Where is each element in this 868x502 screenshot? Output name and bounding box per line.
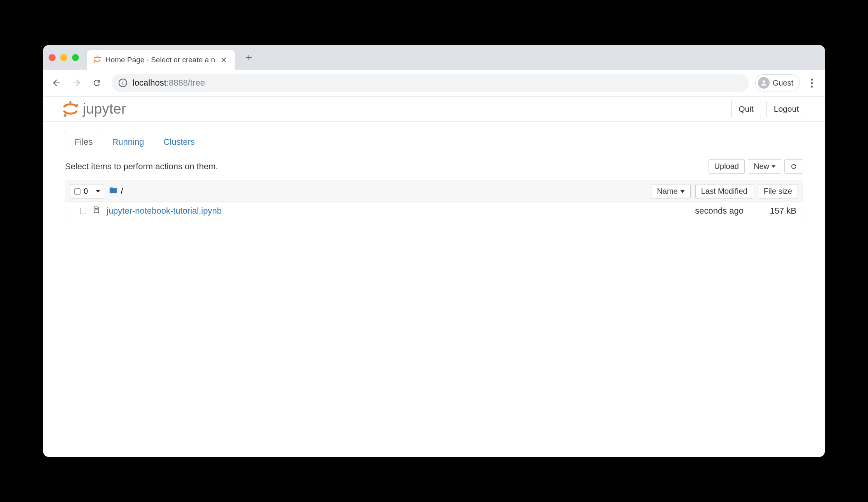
profile-button[interactable]: Guest — [755, 74, 800, 91]
file-list-panel: 0 / Name Last M — [65, 181, 803, 220]
new-label: New — [754, 162, 769, 171]
maximize-window-button[interactable] — [72, 54, 79, 61]
sort-modified-button[interactable]: Last Modified — [695, 184, 753, 198]
close-tab-button[interactable]: ✕ — [219, 54, 229, 66]
refresh-list-button[interactable] — [784, 159, 803, 174]
caret-down-icon — [772, 165, 775, 168]
jupyter-logo[interactable]: jupyter — [62, 100, 126, 118]
select-all-group: 0 — [70, 184, 104, 198]
jupyter-logo-icon — [62, 100, 79, 118]
tab-clusters[interactable]: Clusters — [154, 132, 205, 152]
svg-point-6 — [64, 114, 66, 117]
file-row: jupyter-notebook-tutorial.ipynb seconds … — [65, 202, 803, 220]
sort-size-button[interactable]: File size — [758, 184, 798, 198]
chrome-toolbar: i localhost:8888/tree Guest — [43, 70, 825, 97]
refresh-icon — [92, 78, 102, 88]
checkbox-icon — [74, 188, 80, 195]
notebook-icon — [93, 206, 100, 216]
tab-running[interactable]: Running — [102, 132, 154, 152]
upload-button[interactable]: Upload — [709, 159, 745, 174]
jupyter-logo-text: jupyter — [83, 101, 126, 117]
browser-window: Home Page - Select or create a n ✕ + i l… — [43, 45, 825, 457]
chrome-tab-strip: Home Page - Select or create a n ✕ + — [43, 45, 825, 70]
file-list-header: 0 / Name Last M — [65, 181, 803, 202]
back-button[interactable] — [48, 74, 65, 91]
logout-button[interactable]: Logout — [766, 101, 806, 117]
col-modified-label: Last Modified — [701, 187, 747, 196]
tab-title: Home Page - Select or create a n — [105, 56, 215, 64]
url-host: localhost — [133, 78, 166, 88]
select-all-checkbox[interactable]: 0 — [70, 184, 92, 198]
arrow-left-icon — [51, 78, 61, 88]
new-tab-button[interactable]: + — [242, 51, 256, 65]
file-link[interactable]: jupyter-notebook-tutorial.ipynb — [107, 206, 222, 216]
site-info-icon[interactable]: i — [119, 79, 127, 87]
jupyter-main: Files Running Clusters Select items to p… — [43, 122, 825, 226]
row-checkbox[interactable] — [80, 208, 86, 214]
refresh-icon — [790, 163, 797, 170]
caret-down-icon — [96, 190, 100, 193]
sort-arrow-down-icon — [680, 190, 685, 193]
selected-count: 0 — [84, 187, 88, 196]
jupyter-header: jupyter Quit Logout — [43, 97, 825, 122]
sort-name-button[interactable]: Name — [651, 184, 690, 198]
toolbar-row: Select items to perform actions on them.… — [65, 159, 803, 174]
url-text: localhost:8888/tree — [133, 78, 205, 88]
select-menu-toggle[interactable] — [92, 184, 104, 198]
right-tools: Upload New — [709, 159, 803, 174]
file-modified: seconds ago — [670, 206, 744, 216]
minimize-window-button[interactable] — [60, 54, 67, 61]
chrome-menu-button[interactable] — [803, 74, 820, 91]
header-actions: Quit Logout — [731, 101, 806, 117]
svg-point-2 — [94, 61, 95, 63]
address-bar[interactable]: i localhost:8888/tree — [112, 74, 749, 92]
close-window-button[interactable] — [49, 54, 56, 61]
instruction-text: Select items to perform actions on them. — [65, 161, 218, 172]
forward-button[interactable] — [68, 74, 85, 91]
svg-point-0 — [97, 55, 98, 56]
breadcrumb[interactable]: / — [109, 186, 123, 197]
reload-button[interactable] — [88, 74, 105, 91]
quit-button[interactable]: Quit — [731, 101, 761, 117]
profile-label: Guest — [773, 79, 793, 88]
avatar-icon — [758, 77, 770, 89]
jupyter-tabs: Files Running Clusters — [65, 132, 803, 152]
col-size-label: File size — [764, 187, 792, 196]
file-size: 157 kB — [750, 206, 796, 216]
new-dropdown-button[interactable]: New — [748, 159, 781, 174]
tab-files[interactable]: Files — [65, 132, 102, 152]
browser-tab[interactable]: Home Page - Select or create a n ✕ — [87, 50, 235, 70]
breadcrumb-root: / — [121, 186, 123, 197]
svg-point-3 — [762, 80, 765, 83]
folder-icon — [109, 186, 117, 197]
window-controls — [49, 54, 79, 61]
jupyter-favicon-icon — [93, 55, 102, 65]
url-path: :8888/tree — [166, 78, 205, 88]
svg-point-4 — [69, 101, 72, 104]
arrow-right-icon — [72, 78, 82, 88]
col-name-label: Name — [657, 187, 677, 196]
